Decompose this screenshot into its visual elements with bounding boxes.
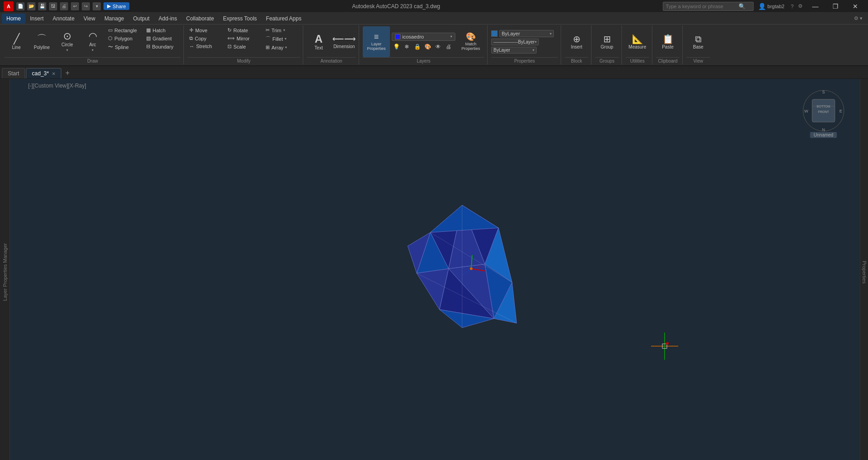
open-file-icon[interactable]: 📂	[27, 2, 35, 10]
gradient-button[interactable]: ▧ Gradient	[144, 34, 181, 42]
linetype-dropdown[interactable]: —————— ByLayer ▾	[491, 39, 539, 45]
menu-output[interactable]: Output	[128, 14, 154, 24]
polyline-button[interactable]: ⌒ Polyline	[30, 26, 54, 57]
layer-plot-icon[interactable]: 🖨	[444, 42, 453, 51]
layer-color-icon[interactable]: 🎨	[423, 42, 432, 51]
boundary-button[interactable]: ⊟ Boundary	[144, 43, 181, 50]
cursor-crosshair	[651, 333, 678, 361]
arc-dropdown-arrow[interactable]: ▾	[92, 48, 94, 52]
help-icon[interactable]: ?	[789, 4, 795, 9]
spline-button[interactable]: 〜 Spline	[106, 43, 143, 51]
rectangle-icon: ▭	[108, 27, 113, 33]
tab-close-icon[interactable]: ✕	[52, 71, 55, 76]
menu-annotate[interactable]: Annotate	[48, 14, 79, 24]
stretch-button[interactable]: ↔ Stretch	[187, 43, 224, 50]
color-dropdown[interactable]: ByLayer ▾	[499, 30, 554, 37]
text-icon: A	[315, 34, 322, 44]
menu-manage[interactable]: Manage	[100, 14, 128, 24]
layer-visible-icon[interactable]: 👁	[434, 42, 443, 51]
customize-icon[interactable]: ▾	[93, 2, 101, 10]
search-box[interactable]: 🔍	[663, 2, 754, 11]
menu-insert[interactable]: Insert	[25, 14, 48, 24]
layer-freeze-icon[interactable]: ❄	[402, 42, 411, 51]
workspace-selector[interactable]: ⚙ ▾	[850, 15, 866, 21]
menu-addins[interactable]: Add-ins	[154, 14, 182, 24]
settings-icon[interactable]: ⚙	[796, 3, 804, 9]
menu-view[interactable]: View	[79, 14, 100, 24]
circle-dropdown-arrow[interactable]: ▾	[66, 48, 68, 52]
document-tabbar: Start cad_3* ✕ +	[0, 66, 868, 79]
minimize-button[interactable]: —	[806, 0, 824, 13]
ribbon-layers-group: ≡ Layer Properties icosaedro ▾ 💡 ❄	[360, 25, 488, 64]
layer-properties-manager-panel[interactable]: Layer Properties Manager	[0, 79, 10, 460]
menu-collaborate[interactable]: Collaborate	[182, 14, 218, 24]
linetype-dropdown-arrow[interactable]: ▾	[535, 40, 537, 44]
tab-start[interactable]: Start	[2, 68, 25, 78]
paste-button[interactable]: 📋 Paste	[656, 26, 680, 57]
canvas-wrapper: Layer Properties Manager [-][Custom View…	[0, 79, 868, 460]
move-button[interactable]: ✛ Move	[187, 26, 224, 34]
ribbon-clipboard-group: 📋 Paste Clipboard	[653, 25, 683, 64]
3d-shape: ×	[394, 191, 530, 338]
tab-cad3[interactable]: cad_3* ✕	[26, 68, 61, 78]
svg-text:W: W	[804, 109, 809, 113]
base-button[interactable]: ⧉ Base	[686, 26, 710, 57]
copy-icon: ⧉	[189, 35, 193, 41]
titlebar-actions: ? ⚙	[789, 3, 804, 9]
print-icon[interactable]: 🖨	[60, 2, 68, 10]
view-cube-svg[interactable]: S E N W BOTTOM FRONT	[801, 88, 846, 133]
new-file-icon[interactable]: 📄	[16, 2, 25, 10]
dimension-button[interactable]: ⟵⟶ Dimension	[332, 26, 356, 57]
lineweight-dropdown-arrow[interactable]: ▾	[533, 48, 534, 52]
fillet-icon: ⌒	[266, 35, 271, 42]
share-button[interactable]: ▶ Share	[104, 2, 129, 10]
array-button[interactable]: ⊞ Array ▾	[264, 44, 300, 51]
undo-icon[interactable]: ↩	[71, 2, 79, 10]
properties-panel[interactable]: Properties	[860, 79, 868, 460]
measure-button[interactable]: 📐 Measure	[626, 26, 649, 57]
menu-bar: Home Insert Annotate View Manage Output …	[0, 13, 868, 24]
polygon-button[interactable]: ⬡ Polygon	[106, 34, 143, 42]
text-button[interactable]: A Text	[307, 26, 330, 57]
maximize-button[interactable]: ❐	[826, 0, 844, 13]
menu-express[interactable]: Express Tools	[218, 14, 261, 24]
lineweight-dropdown[interactable]: ByLayer ▾	[491, 47, 537, 54]
layer-on-icon[interactable]: 💡	[392, 42, 401, 51]
layer-dropdown-arrow[interactable]: ▾	[450, 34, 452, 39]
fillet-button[interactable]: ⌒ Fillet ▾	[264, 34, 300, 43]
copy-button[interactable]: ⧉ Copy	[187, 34, 224, 42]
crosshair-svg	[651, 333, 678, 360]
redo-icon[interactable]: ↪	[82, 2, 90, 10]
group-button[interactable]: ⊞ Group	[595, 26, 619, 57]
new-tab-button[interactable]: +	[62, 68, 73, 78]
saveas-icon[interactable]: 🖫	[49, 2, 57, 10]
search-input[interactable]	[666, 4, 739, 9]
layer-lock-icon[interactable]: 🔒	[413, 42, 422, 51]
view-cube[interactable]: S E N W BOTTOM FRONT Unnamed	[801, 88, 846, 138]
arc-button[interactable]: ◠ Arc ▾	[81, 26, 104, 57]
mirror-button[interactable]: ⟺ Mirror	[226, 34, 262, 42]
color-dropdown-arrow[interactable]: ▾	[550, 32, 552, 36]
menu-featured[interactable]: Featured Apps	[261, 14, 306, 24]
line-button[interactable]: ╱ Line	[5, 26, 28, 57]
search-icon[interactable]: 🔍	[739, 3, 745, 10]
circle-button[interactable]: ⊙ Circle ▾	[55, 26, 79, 57]
close-button[interactable]: ✕	[846, 0, 864, 13]
hatch-button[interactable]: ▦ Hatch	[144, 26, 181, 34]
rectangle-button[interactable]: ▭ Rectangle	[106, 26, 143, 34]
insert-button[interactable]: ⊕ Insert	[565, 26, 588, 57]
save-icon[interactable]: 💾	[38, 2, 46, 10]
layer-dropdown[interactable]: icosaedro ▾	[392, 33, 455, 41]
viewport-canvas[interactable]: [-][Custom View][X-Ray]	[10, 79, 860, 460]
modify-group-label: Modify	[187, 57, 300, 64]
title-text: Autodesk AutoCAD 2023 cad_3.dwg	[133, 3, 659, 10]
stretch-icon: ↔	[189, 44, 194, 49]
trim-button[interactable]: ✂ Trim ▾	[264, 26, 300, 34]
layer-properties-button[interactable]: ≡ Layer Properties	[363, 26, 390, 57]
scale-button[interactable]: ⊡ Scale	[226, 43, 262, 50]
match-properties-button[interactable]: 🎨 Match Properties	[457, 26, 484, 57]
rotate-button[interactable]: ↻ Rotate	[226, 26, 262, 34]
menu-home[interactable]: Home	[2, 14, 25, 24]
svg-text:BOTTOM: BOTTOM	[817, 105, 830, 108]
linetype-preview: ——————	[493, 40, 518, 44]
